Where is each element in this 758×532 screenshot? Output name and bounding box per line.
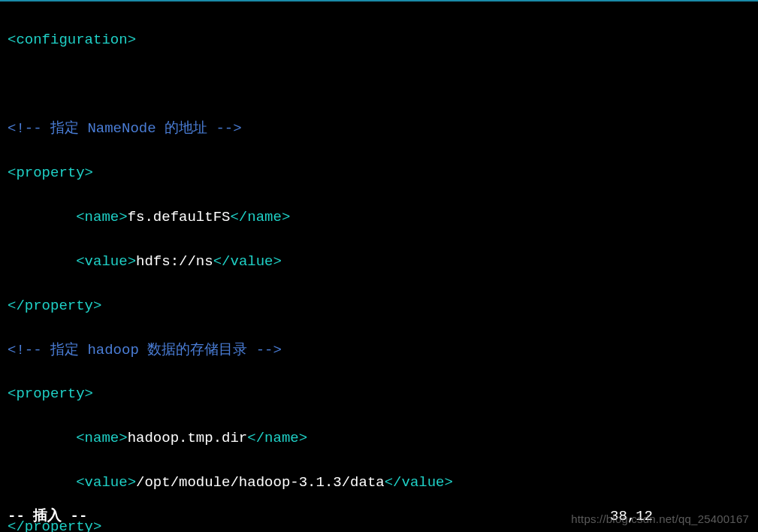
code-line: <configuration> xyxy=(8,29,750,51)
value-text: /opt/module/hadoop-3.1.3/data xyxy=(136,474,385,491)
tag-configuration-open: <configuration> xyxy=(8,32,136,48)
tag-value-close: </value> xyxy=(385,474,453,491)
tag-property-open: <property> xyxy=(8,165,93,181)
tag-value-open: <value> xyxy=(76,474,136,491)
watermark-text: https://blog.csdn.net/qq_25400167 xyxy=(571,510,749,527)
code-line: <value>/opt/module/hadoop-3.1.3/data</va… xyxy=(8,472,750,494)
tag-value-open: <value> xyxy=(76,253,136,270)
text-editor-area[interactable]: <configuration> <!-- 指定 NameNode 的地址 -->… xyxy=(0,2,758,532)
tag-name-open: <name> xyxy=(76,209,127,225)
value-text: hdfs://ns xyxy=(136,253,213,270)
tag-name-open: <name> xyxy=(76,430,127,446)
code-line-blank xyxy=(8,74,750,95)
xml-comment: <!-- 指定 NameNode 的地址 --> xyxy=(8,120,242,137)
code-line: <property> xyxy=(8,162,750,184)
name-text: fs.defaultFS xyxy=(128,209,231,225)
name-text: hadoop.tmp.dir xyxy=(128,430,248,446)
tag-property-close: </property> xyxy=(8,298,101,314)
tag-value-close: </value> xyxy=(213,253,282,270)
code-line: <property> xyxy=(8,383,750,405)
code-line: <!-- 指定 hadoop 数据的存储目录 --> xyxy=(8,340,750,361)
code-line: <value>hdfs://ns</value> xyxy=(8,251,750,273)
vim-mode-status: -- 插入 -- xyxy=(8,506,87,527)
tag-name-close: </name> xyxy=(247,430,307,446)
code-line: <!-- 指定 NameNode 的地址 --> xyxy=(8,118,750,140)
code-line: </property> xyxy=(8,295,750,317)
xml-comment: <!-- 指定 hadoop 数据的存储目录 --> xyxy=(8,342,282,358)
tag-name-close: </name> xyxy=(230,209,290,225)
code-line: <name>fs.defaultFS</name> xyxy=(8,207,750,228)
code-line: <name>hadoop.tmp.dir</name> xyxy=(8,428,750,449)
tag-property-open: <property> xyxy=(8,385,93,402)
